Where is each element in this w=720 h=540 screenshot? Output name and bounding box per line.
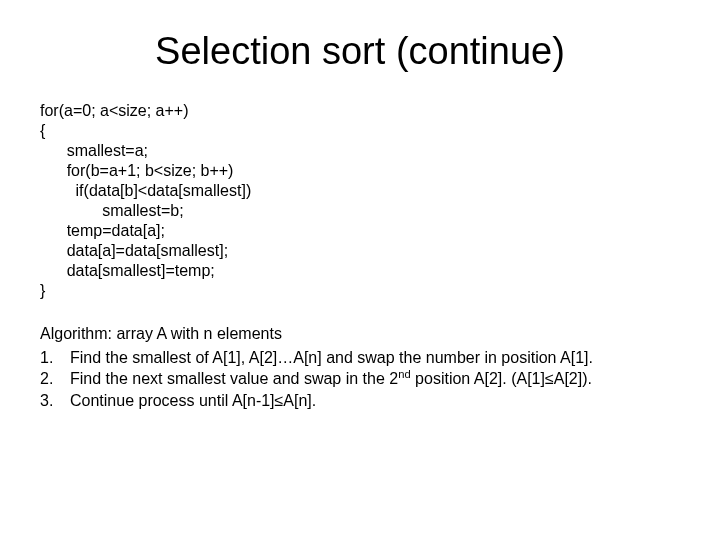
algorithm-header: Algorithm: array A with n elements	[40, 323, 680, 345]
list-number: 3.	[40, 390, 70, 412]
list-number: 1.	[40, 347, 70, 369]
slide-title: Selection sort (continue)	[40, 30, 680, 73]
list-item: 1. Find the smallest of A[1], A[2]…A[n] …	[40, 347, 680, 369]
code-block: for(a=0; a<size; a++) { smallest=a; for(…	[40, 101, 680, 301]
list-text: Find the smallest of A[1], A[2]…A[n] and…	[70, 347, 680, 369]
list-text: Continue process until A[n-1]≤A[n].	[70, 390, 680, 412]
algorithm-list: 1. Find the smallest of A[1], A[2]…A[n] …	[40, 347, 680, 412]
list-text: Find the next smallest value and swap in…	[70, 368, 680, 390]
list-number: 2.	[40, 368, 70, 390]
slide: Selection sort (continue) for(a=0; a<siz…	[0, 0, 720, 540]
list-item: 2. Find the next smallest value and swap…	[40, 368, 680, 390]
list-item: 3. Continue process until A[n-1]≤A[n].	[40, 390, 680, 412]
